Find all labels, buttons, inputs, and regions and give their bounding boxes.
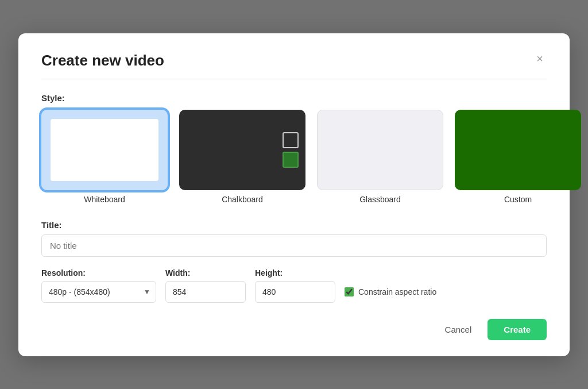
width-label: Width: — [165, 268, 246, 278]
close-button[interactable]: × — [533, 52, 547, 66]
style-card-chalkboard[interactable]: Chalkboard — [179, 110, 305, 204]
title-section: Title: — [41, 220, 547, 257]
cancel-button[interactable]: Cancel — [436, 319, 481, 340]
modal-footer: Cancel Create — [41, 319, 547, 340]
resolution-group: Resolution: 480p - (854x480) 720p - (128… — [41, 268, 156, 303]
resolution-select-wrap: 480p - (854x480) 720p - (1280x720) 1080p… — [41, 281, 156, 303]
constrain-label: Constrain aspect ratio — [358, 287, 436, 296]
custom-label: Custom — [504, 195, 532, 204]
constrain-wrap: Constrain aspect ratio — [345, 287, 436, 296]
style-options: Whiteboard Chalkboard Glassboard Custom — [41, 110, 547, 204]
constrain-checkbox[interactable] — [345, 287, 354, 296]
style-card-whiteboard[interactable]: Whiteboard — [41, 110, 168, 204]
resolution-select[interactable]: 480p - (854x480) 720p - (1280x720) 1080p… — [41, 281, 156, 303]
resolution-label: Resolution: — [41, 268, 156, 278]
whiteboard-inner — [51, 119, 158, 181]
create-button[interactable]: Create — [488, 319, 547, 340]
style-card-custom[interactable]: Custom — [455, 110, 581, 204]
chalkboard-label: Chalkboard — [222, 195, 263, 204]
height-input[interactable] — [255, 281, 335, 303]
title-label: Title: — [41, 220, 547, 230]
title-input[interactable] — [41, 234, 547, 257]
modal-header: Create new video × — [41, 52, 547, 70]
custom-thumb — [455, 110, 581, 190]
header-divider — [41, 79, 547, 79]
chalkboard-thumb — [179, 110, 305, 190]
width-group: Width: — [165, 268, 246, 303]
whiteboard-label: Whiteboard — [84, 195, 125, 204]
style-label: Style: — [41, 93, 547, 103]
whiteboard-thumb — [41, 110, 168, 190]
glassboard-thumb — [317, 110, 443, 190]
glassboard-label: Glassboard — [359, 195, 401, 204]
modal-title: Create new video — [41, 52, 164, 70]
chalk-square-green — [283, 152, 299, 168]
chalkboard-icons — [283, 132, 299, 168]
height-group: Height: — [255, 268, 335, 303]
width-input[interactable] — [165, 281, 246, 303]
height-label: Height: — [255, 268, 335, 278]
create-video-modal: Create new video × Style: Whiteboard Cha… — [18, 33, 570, 356]
style-card-glassboard[interactable]: Glassboard — [317, 110, 443, 204]
resolution-row: Resolution: 480p - (854x480) 720p - (128… — [41, 268, 547, 303]
chalk-square-white — [283, 132, 299, 148]
